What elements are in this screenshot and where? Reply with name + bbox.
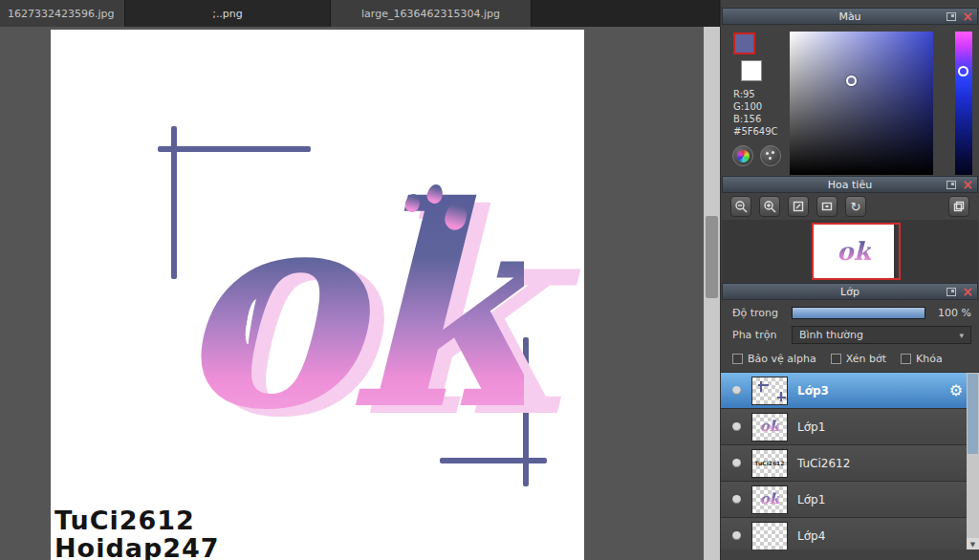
layer-row-lop3[interactable]: Lớp3 ⚙ (721, 373, 979, 409)
popout-window-icon[interactable] (946, 12, 956, 21)
copy-view-icon[interactable] (948, 196, 969, 217)
blend-mode-value: Bình thường (799, 329, 863, 341)
layer-thumbnail: ok (751, 485, 788, 514)
checkbox-icon (901, 354, 911, 364)
lock-checkbox[interactable]: Khóa (901, 353, 943, 365)
color-panel-header: Màu × (722, 8, 978, 25)
navigator-panel-title: Hoa tiêu (828, 179, 872, 191)
layer-thumbnail-art: ok (760, 492, 779, 506)
layer-thumbnail-art: ok (760, 420, 779, 434)
protect-alpha-label: Bảo vệ alpha (748, 353, 816, 365)
blue-value: B:156 (733, 113, 778, 125)
signature-line-2: Hoidap247 (54, 533, 220, 560)
visibility-dot-icon[interactable] (732, 422, 741, 431)
blend-label: Pha trộn (732, 329, 792, 341)
canvas-viewport[interactable]: ok ok TuCi2612 Hoidap247 (0, 27, 704, 560)
layer-thumbnail (751, 522, 788, 550)
artwork-lettering: ok (175, 169, 524, 446)
clipping-checkbox[interactable]: Xén bớt (831, 353, 886, 365)
visibility-dot-icon[interactable] (732, 531, 741, 540)
document-tab-3[interactable]: large_1636462315304.jpg (331, 0, 532, 27)
navigator-preview[interactable]: ok (722, 220, 978, 283)
saturation-value-picker[interactable] (790, 32, 933, 175)
hex-value: #5F649C (733, 125, 778, 138)
hue-bar[interactable] (955, 32, 972, 175)
layer-list-scrollbar[interactable]: ▼ (967, 373, 979, 549)
close-icon[interactable]: × (962, 180, 973, 189)
layer-panel-header: Lớp × (722, 283, 978, 300)
document-tab-2[interactable]: ;..png (125, 0, 331, 27)
document-tab-bar: 1627332423596.jpg ;..png large_163646231… (0, 0, 719, 27)
popout-window-icon[interactable] (946, 181, 956, 189)
document-tab-2-label: ;..png (212, 8, 243, 20)
foreground-color-swatch[interactable] (733, 32, 755, 54)
layer-name: TuCi2612 (797, 457, 850, 470)
green-value: G:100 (733, 100, 778, 113)
chevron-down-icon: ▾ (959, 331, 964, 340)
layer-row-lop4[interactable]: Lớp4 (721, 518, 979, 549)
blend-mode-dropdown[interactable]: Bình thường ▾ (792, 326, 971, 344)
scroll-down-arrow-icon[interactable]: ▼ (967, 538, 979, 549)
layer-options-row: Bảo vệ alpha Xén bớt Khóa (732, 353, 979, 365)
visibility-dot-icon[interactable] (732, 386, 741, 395)
blend-row: Pha trộn Bình thường ▾ (732, 326, 971, 344)
clipping-label: Xén bớt (846, 353, 886, 365)
opacity-slider-fill (793, 308, 925, 318)
document-tab-3-label: large_1636462315304.jpg (361, 8, 500, 20)
visibility-dot-icon[interactable] (732, 495, 741, 504)
layer-scrollbar-thumb[interactable] (968, 374, 978, 454)
actual-size-icon[interactable] (816, 196, 838, 217)
color-wheel-icon[interactable] (732, 145, 753, 166)
layer-name: Lớp1 (797, 420, 825, 434)
navigator-toolbar: ↻ (721, 193, 979, 220)
layer-row-tuci2612[interactable]: TuCi2612 TuCi2612 (721, 445, 979, 482)
sv-cursor[interactable] (846, 75, 857, 86)
side-panel: Màu × R:95 G:100 B:156 #5F649C (721, 0, 979, 560)
layer-name: Lớp3 (797, 384, 829, 398)
document-tab-1[interactable]: 1627332423596.jpg (0, 0, 125, 27)
hue-cursor[interactable] (958, 66, 968, 76)
canvas-vertical-scrollbar[interactable] (704, 27, 720, 560)
popout-window-icon[interactable] (946, 288, 956, 296)
layer-thumbnail: ok (751, 413, 788, 442)
color-mode-buttons (732, 145, 781, 166)
layer-thumbnail-text: TuCi2612 (755, 461, 785, 466)
red-value: R:95 (733, 88, 778, 100)
opacity-value: 100 % (933, 307, 971, 319)
reset-rotation-icon[interactable]: ↻ (845, 196, 866, 217)
opacity-label: Độ trong (732, 307, 792, 319)
layer-thumbnail: TuCi2612 (751, 449, 788, 478)
layer-row-lop1-a[interactable]: ok Lớp1 (721, 409, 979, 445)
palette-icon[interactable] (760, 145, 781, 166)
color-panel-body: R:95 G:100 B:156 #5F649C (721, 25, 979, 176)
background-color-swatch[interactable] (741, 60, 762, 81)
canvas-scrollbar-thumb[interactable] (706, 216, 718, 298)
close-icon[interactable]: × (962, 11, 973, 21)
layer-thumbnail (751, 377, 788, 405)
document-area: 1627332423596.jpg ;..png large_163646231… (0, 0, 720, 560)
close-icon[interactable]: × (962, 287, 973, 296)
zoom-out-icon[interactable] (730, 196, 751, 217)
paint-app-window: 1627332423596.jpg ;..png large_163646231… (0, 0, 979, 560)
protect-alpha-checkbox[interactable]: Bảo vệ alpha (732, 353, 816, 365)
fit-window-icon[interactable] (788, 196, 809, 217)
color-values: R:95 G:100 B:156 #5F649C (733, 88, 778, 138)
layer-name: Lớp4 (797, 529, 825, 543)
layer-row-lop1-b[interactable]: ok Lớp1 (721, 482, 979, 518)
zoom-in-icon[interactable] (759, 196, 780, 217)
lock-label: Khóa (916, 353, 943, 365)
opacity-row: Độ trong 100 % (732, 307, 971, 319)
navigator-view-rectangle[interactable] (812, 223, 901, 280)
document-tab-1-label: 1627332423596.jpg (8, 8, 115, 20)
navigator-panel-header: Hoa tiêu × (722, 176, 978, 193)
checkbox-icon (732, 354, 743, 364)
signature-line-1: TuCi2612 (54, 506, 195, 535)
visibility-dot-icon[interactable] (732, 459, 741, 467)
gear-icon[interactable]: ⚙ (949, 383, 963, 398)
layer-panel-title: Lớp (840, 286, 859, 298)
checkbox-icon (831, 354, 841, 364)
layer-name: Lớp1 (797, 493, 825, 506)
drawing-canvas[interactable]: ok ok TuCi2612 Hoidap247 (51, 30, 584, 560)
layer-list: Lớp3 ⚙ ok Lớp1 TuCi2612 TuCi2612 (721, 372, 979, 549)
opacity-slider[interactable] (792, 307, 925, 319)
